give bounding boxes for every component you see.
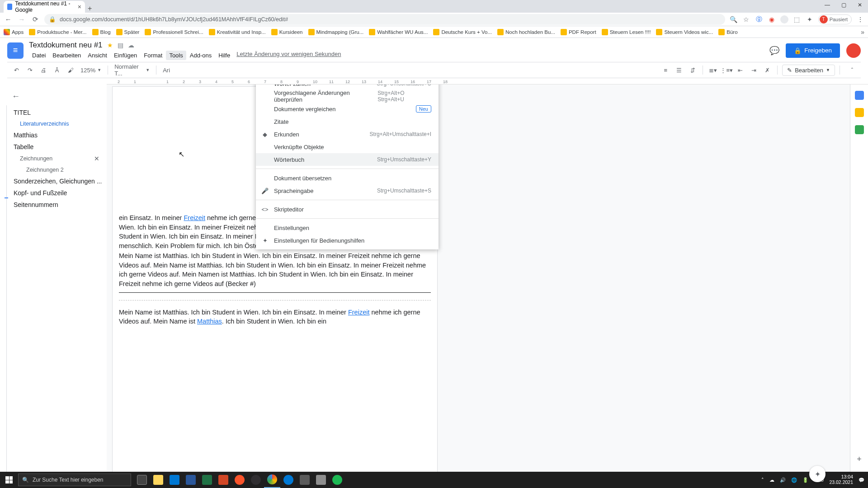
menu-item[interactable]: 🎤SpracheingabeStrg+Umschalttaste+S [256, 184, 439, 197]
menu-item[interactable]: Verknüpfte Objekte [256, 141, 439, 153]
document-title[interactable]: Textdokument neu #1 [29, 41, 103, 50]
outline-item[interactable]: Literaturverzeichnis [4, 118, 102, 129]
task-view-icon[interactable] [134, 472, 150, 488]
line-spacing-icon[interactable]: ⇵ [687, 65, 698, 75]
last-change-link[interactable]: Letzte Änderung vor wenigen Sekunden [236, 51, 341, 60]
start-button[interactable] [0, 472, 18, 488]
link-freizeit[interactable]: Freizeit [184, 214, 205, 221]
url-input[interactable]: 🔒 docs.google.com/document/d/1hUH8k6h7Lb… [44, 14, 725, 25]
move-doc-icon[interactable]: ▤ [118, 42, 123, 49]
menu-item[interactable]: Vorgeschlagene Änderungen überprüfenStrg… [256, 90, 439, 103]
brave-icon[interactable] [231, 472, 248, 488]
bookmark-item[interactable]: Kreativität und Insp... [209, 29, 266, 35]
obs-icon[interactable] [248, 472, 264, 488]
edge-icon[interactable] [280, 472, 297, 488]
bookmark-item[interactable]: Kursideen [271, 29, 303, 35]
share-button[interactable]: 🔒 Freigeben [786, 43, 840, 58]
menu-item[interactable]: WörterbuchStrg+Umschalttaste+Y [256, 153, 439, 166]
profile-chip[interactable]: T Pausiert [818, 14, 852, 24]
keep-addon-icon[interactable] [855, 108, 864, 117]
taskbar-search[interactable]: 🔍 Zur Suche Text hier eingeben [18, 474, 131, 486]
outline-item[interactable]: Zeichnungen✕ [4, 153, 102, 164]
cloud-status-icon[interactable]: ☁ [128, 42, 134, 49]
window-close-icon[interactable]: ✕ [852, 0, 868, 10]
clock[interactable]: 13:04 23.02.2021 [829, 474, 853, 485]
calendar-addon-icon[interactable] [855, 91, 864, 100]
reload-icon[interactable]: ⟳ [31, 15, 40, 23]
zoom-select[interactable]: 125%▼ [79, 67, 103, 74]
zoom-icon[interactable]: 🔍 [730, 15, 738, 23]
menu-datei[interactable]: Datei [29, 51, 49, 60]
bookmark-item[interactable]: Mindmapping (Gru... [308, 29, 364, 35]
browser-tab[interactable]: Textdokument neu #1 - Google × [4, 1, 85, 13]
notifications-icon[interactable]: 💬 [859, 477, 864, 483]
forward-icon[interactable]: → [17, 15, 26, 23]
back-icon[interactable]: ← [4, 15, 13, 23]
editing-mode-button[interactable]: ✎ Bearbeiten ▼ [782, 65, 835, 76]
menu-item[interactable]: Zitate [256, 115, 439, 128]
app-icon-1[interactable] [297, 472, 313, 488]
indent-decrease-icon[interactable]: ⇤ [735, 65, 745, 75]
numbered-list-icon[interactable]: ≣▾ [708, 65, 718, 75]
account-avatar[interactable] [846, 43, 861, 58]
new-tab-button[interactable]: + [85, 5, 94, 13]
paint-format-icon[interactable]: 🖌 [65, 65, 76, 75]
outline-remove-icon[interactable]: ✕ [94, 155, 99, 162]
menu-bearbeiten[interactable]: Bearbeiten [49, 51, 84, 60]
docs-logo-icon[interactable]: ≡ [7, 42, 24, 59]
add-addon-icon[interactable]: + [857, 455, 862, 464]
menu-item[interactable]: Dokumente vergleichenNeu [256, 103, 439, 115]
ext2-icon[interactable] [780, 15, 788, 23]
extensions-icon[interactable]: ✦ [806, 15, 814, 23]
window-minimize-icon[interactable]: — [819, 0, 835, 10]
font-select[interactable]: Ari [161, 67, 172, 74]
bookmark-item[interactable]: Büro [718, 29, 737, 35]
menu-add-ons[interactable]: Add-ons [187, 51, 215, 60]
undo-icon[interactable]: ↶ [11, 65, 22, 75]
comments-icon[interactable]: 💬 [769, 46, 779, 56]
ext1-icon[interactable]: ◉ [768, 15, 776, 23]
menu-tools[interactable]: Tools [166, 51, 186, 60]
bookmark-item[interactable]: Steuern Videos wic... [656, 29, 713, 35]
ext3-icon[interactable]: ⬚ [793, 15, 801, 23]
excel-icon[interactable] [199, 472, 215, 488]
close-tab-icon[interactable]: × [78, 3, 81, 10]
bookmark-item[interactable]: PDF Report [561, 29, 596, 35]
horizontal-ruler[interactable]: 21123456789101112131415161718 [107, 78, 868, 84]
translate-icon[interactable]: ⓖ [755, 15, 763, 23]
bookmark-item[interactable]: Noch hochladen Bu... [497, 29, 555, 35]
menu-item[interactable]: Dokument übersetzen [256, 172, 439, 184]
volume-icon[interactable]: 🔊 [780, 477, 786, 483]
bookmark-item[interactable]: Professionell Schrei... [145, 29, 203, 35]
battery-icon[interactable]: 🔋 [802, 477, 808, 483]
clear-format-icon[interactable]: ✗ [762, 65, 773, 75]
edge-legacy-icon[interactable] [166, 472, 183, 488]
bookmark-item[interactable]: Steuern Lesen !!!! [602, 29, 651, 35]
spellcheck-icon[interactable]: Ā [52, 65, 62, 75]
bookmarks-overflow-icon[interactable]: » [861, 28, 864, 36]
bookmark-item[interactable]: Wahlfächer WU Aus... [369, 29, 428, 35]
outline-item[interactable]: Sonderzeichen, Gleichungen ... [4, 175, 102, 187]
menu-einfügen[interactable]: Einfügen [111, 51, 140, 60]
chrome-icon[interactable] [264, 472, 280, 488]
tasks-addon-icon[interactable] [855, 125, 864, 134]
bookmark-item[interactable]: Produktsuche - Mer... [29, 29, 86, 35]
menu-icon[interactable]: ⋮ [856, 15, 864, 23]
menu-item[interactable]: ◆ErkundenStrg+Alt+Umschalttaste+I [256, 128, 439, 141]
bookmark-item[interactable]: Blog [92, 29, 111, 35]
tray-chevron-icon[interactable]: ˄ [761, 477, 764, 483]
outline-back-icon[interactable]: ← [12, 92, 102, 101]
powerpoint-icon[interactable] [215, 472, 231, 488]
redo-icon[interactable]: ↷ [24, 65, 35, 75]
outline-item[interactable]: Kopf- und Fußzeile [4, 187, 102, 199]
spotify-icon[interactable] [329, 472, 345, 488]
link-freizeit-2[interactable]: Freizeit [348, 309, 370, 316]
menu-item[interactable]: <>Skripteditor [256, 203, 439, 216]
outline-item[interactable]: Matthias [4, 129, 102, 141]
star-icon[interactable]: ☆ [742, 15, 750, 23]
window-maximize-icon[interactable]: ▢ [835, 0, 852, 10]
menu-item[interactable]: Einstellungen [256, 221, 439, 234]
network-icon[interactable]: 🌐 [791, 477, 797, 483]
align-left-icon[interactable]: ≡ [660, 65, 671, 75]
outline-item[interactable]: Seitennummern [4, 199, 102, 211]
